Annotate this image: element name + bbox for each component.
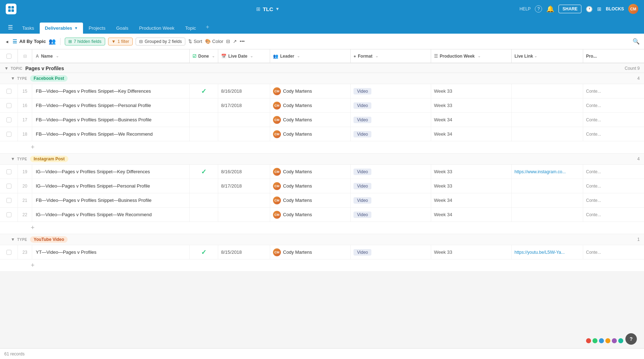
done-sort-icon[interactable]: ⌄ <box>212 54 215 58</box>
tab-deliverables[interactable]: Deliverables ▼ <box>40 23 83 34</box>
row-format[interactable]: Video <box>351 193 431 207</box>
table-row[interactable]: 23 YT—Video—Pages v Profiles ✓ 8/15/2018… <box>0 245 644 259</box>
row-done[interactable] <box>190 193 218 207</box>
row-checkbox[interactable] <box>6 198 11 203</box>
row-format[interactable]: Video <box>351 127 431 141</box>
row-done[interactable]: ✓ <box>190 165 218 179</box>
row-checkbox[interactable] <box>6 132 11 137</box>
type-header[interactable]: ▼ TYPE Instagram Post 4 <box>0 154 644 165</box>
row-name[interactable]: FB—Video—Pages v Profiles Snippet—We Rec… <box>32 127 190 141</box>
row-live-date[interactable] <box>218 208 270 222</box>
row-name[interactable]: FB—Video—Pages v Profiles Snippet—Busine… <box>32 193 190 207</box>
help-bubble[interactable]: ? <box>625 333 637 345</box>
history-icon[interactable]: 🕐 <box>586 6 593 13</box>
row-done[interactable]: ✓ <box>190 245 218 259</box>
select-all-checkbox[interactable] <box>6 54 11 59</box>
search-button[interactable]: 🔍 <box>633 38 640 45</box>
row-name[interactable]: IG—Video—Pages v Profiles Snippet—We Rec… <box>32 208 190 222</box>
row-checkbox[interactable] <box>6 103 11 108</box>
table-row[interactable]: 19 IG—Video—Pages v Profiles Snippet—Key… <box>0 165 644 179</box>
header-extra[interactable]: Pro... <box>583 49 626 63</box>
expand-button[interactable]: ↗ <box>233 39 237 44</box>
row-format[interactable]: Video <box>351 84 431 98</box>
view-selector[interactable]: ☰ All By Topic <box>13 39 46 44</box>
filter-button[interactable]: ▼ 1 filter <box>108 38 133 45</box>
row-format[interactable]: Video <box>351 98 431 112</box>
header-live-link[interactable]: Live Link ⌄ <box>512 49 583 63</box>
row-checkbox[interactable] <box>6 89 11 94</box>
share-button[interactable]: SHARE <box>558 5 581 13</box>
table-row[interactable]: 20 IG—Video—Pages v Profiles Snippet—Per… <box>0 179 644 193</box>
row-live-date[interactable]: 8/16/2018 <box>218 84 270 98</box>
row-done[interactable]: ✓ <box>190 84 218 98</box>
table-row[interactable]: 17 FB—Video—Pages v Profiles Snippet—Bus… <box>0 113 644 127</box>
row-live-date[interactable]: 8/17/2018 <box>218 179 270 193</box>
more-button[interactable]: ••• <box>240 39 245 44</box>
row-checkbox[interactable] <box>6 184 11 189</box>
sort-button[interactable]: ⇅ Sort <box>188 39 202 44</box>
header-live-date[interactable]: 📅 Live Date ⌄ <box>218 49 270 63</box>
row-leader[interactable]: CM Cody Martens <box>270 127 351 141</box>
tab-topic[interactable]: Topic <box>180 23 201 34</box>
hidden-fields-button[interactable]: ⊞ 7 hidden fields <box>65 38 105 45</box>
user-avatar[interactable]: CM <box>628 4 638 14</box>
row-live-link[interactable] <box>512 193 583 207</box>
row-format[interactable]: Video <box>351 179 431 193</box>
row-height-button[interactable]: ⊟ <box>226 39 230 44</box>
livedate-sort-icon[interactable]: ⌄ <box>250 54 253 58</box>
row-leader[interactable]: CM Cody Martens <box>270 113 351 127</box>
name-sort-icon[interactable]: ⌄ <box>56 54 59 58</box>
view-collapse-toggle[interactable]: ◂ <box>4 37 10 46</box>
row-leader[interactable]: CM Cody Martens <box>270 208 351 222</box>
table-row[interactable]: 21 FB—Video—Pages v Profiles Snippet—Bus… <box>0 193 644 208</box>
row-name[interactable]: FB—Video—Pages v Profiles Snippet—Key Di… <box>32 84 190 98</box>
row-live-date[interactable]: 8/17/2018 <box>218 98 270 112</box>
row-live-date[interactable]: 8/16/2018 <box>218 165 270 179</box>
row-checkbox[interactable] <box>6 212 11 217</box>
topic-header[interactable]: ▼ TOPIC Pages v Profiles Count 9 <box>0 63 644 73</box>
group-button[interactable]: ⊟ Grouped by 2 fields <box>136 38 185 45</box>
table-row[interactable]: 16 FB—Video—Pages v Profiles Snippet—Per… <box>0 98 644 113</box>
format-sort-icon[interactable]: ⌄ <box>375 54 378 58</box>
row-production-week[interactable]: Week 33 <box>431 179 512 193</box>
type-header[interactable]: ▼ TYPE YouTube Video 1 <box>0 234 644 245</box>
tab-production-week[interactable]: Production Week <box>134 23 180 34</box>
header-name[interactable]: A Name ⌄ <box>32 49 190 63</box>
header-production-week[interactable]: ☰ Production Week ⌄ <box>431 49 512 63</box>
row-done[interactable] <box>190 98 218 112</box>
header-leader[interactable]: 👥 Leader ⌄ <box>270 49 351 63</box>
tab-deliverables-dropdown[interactable]: ▼ <box>74 26 78 30</box>
help-icon[interactable]: ? <box>535 5 542 13</box>
row-done[interactable] <box>190 179 218 193</box>
row-live-link[interactable] <box>512 113 583 127</box>
tab-tasks[interactable]: Tasks <box>17 23 39 34</box>
type-header[interactable]: ▼ TYPE Facebook Post 4 <box>0 73 644 84</box>
row-checkbox[interactable] <box>6 250 11 255</box>
row-name[interactable]: YT—Video—Pages v Profiles <box>32 245 190 259</box>
workspace-title[interactable]: ⊞ TLC ▼ <box>256 6 279 12</box>
row-live-link[interactable]: https://youtu.be/L5lW-Ya... <box>512 245 583 259</box>
blocks-icon[interactable]: ⊞ <box>597 6 601 12</box>
row-done[interactable] <box>190 208 218 222</box>
table-row[interactable]: 22 IG—Video—Pages v Profiles Snippet—We … <box>0 208 644 222</box>
row-live-link[interactable] <box>512 84 583 98</box>
row-production-week[interactable]: Week 34 <box>431 113 512 127</box>
row-checkbox[interactable] <box>6 117 11 122</box>
tab-goals[interactable]: Goals <box>111 23 133 34</box>
row-production-week[interactable]: Week 33 <box>431 245 512 259</box>
row-live-date[interactable] <box>218 193 270 207</box>
sidebar-toggle[interactable]: ☰ <box>4 21 16 34</box>
row-name[interactable]: IG—Video—Pages v Profiles Snippet—Person… <box>32 179 190 193</box>
row-live-link[interactable] <box>512 98 583 112</box>
row-live-link[interactable] <box>512 208 583 222</box>
row-done[interactable] <box>190 113 218 127</box>
livelink-sort-icon[interactable]: ⌄ <box>534 54 537 58</box>
row-live-date[interactable] <box>218 113 270 127</box>
row-format[interactable]: Video <box>351 113 431 127</box>
row-leader[interactable]: CM Cody Martens <box>270 193 351 207</box>
row-live-date[interactable]: 8/15/2018 <box>218 245 270 259</box>
add-tab-button[interactable]: ＋ <box>202 20 213 34</box>
row-live-link[interactable] <box>512 127 583 141</box>
row-live-date[interactable] <box>218 127 270 141</box>
row-leader[interactable]: CM Cody Martens <box>270 245 351 259</box>
